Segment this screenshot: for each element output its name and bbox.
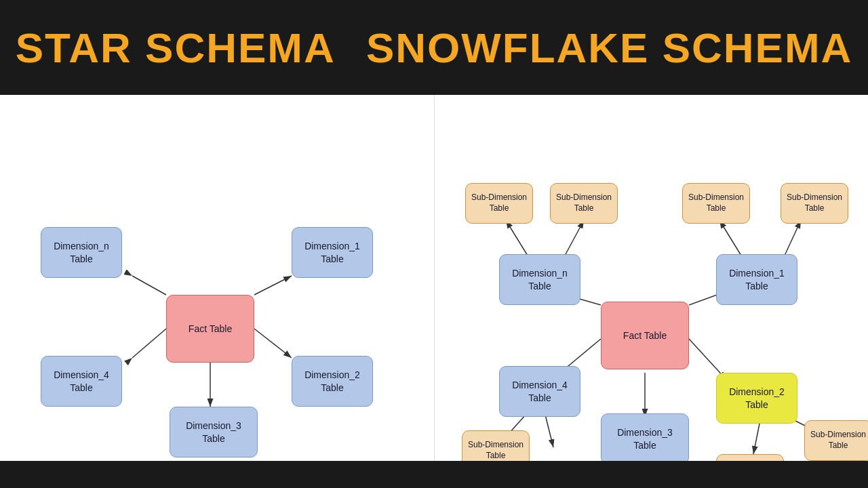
sf-dim-n: Dimension_nTable (499, 254, 580, 305)
snowflake-schema-title: SNOWFLAKE SCHEMA (366, 24, 852, 72)
star-dim-3: Dimension_3Table (170, 407, 258, 458)
sf-subdim-1: Sub-DimensionTable (465, 183, 533, 224)
sf-dim-4: Dimension_4Table (499, 366, 580, 417)
sf-subdim-3: Sub-DimensionTable (682, 183, 750, 224)
sf-dim-1: Dimension_1Table (716, 254, 797, 305)
star-dim-n: Dimension_nTable (41, 227, 122, 278)
sf-subdim-7: Sub-DimensionTable (804, 420, 868, 461)
sf-subdim-2: Sub-DimensionTable (550, 183, 618, 224)
svg-line-21 (753, 420, 760, 454)
svg-line-5 (254, 329, 292, 358)
footer (0, 461, 868, 488)
sf-fact-table: Fact Table (601, 302, 689, 369)
star-dim-2: Dimension_2Table (292, 356, 373, 407)
content-area: Fact Table Dimension_nTable Dimension_1T… (0, 95, 868, 461)
star-schema-section: Fact Table Dimension_nTable Dimension_1T… (0, 95, 434, 461)
star-dim-1: Dimension_1Table (292, 227, 373, 278)
svg-line-4 (132, 329, 166, 358)
star-fact-table: Fact Table (166, 295, 254, 363)
sf-dim-3: Dimension_3Table (601, 413, 689, 464)
star-schema-title: STAR SCHEMA (16, 24, 336, 72)
header: STAR SCHEMA SNOWFLAKE SCHEMA (0, 0, 868, 95)
snowflake-schema-section: Fact Table Dimension_nTable Dimension_1T… (434, 95, 868, 461)
sf-dim-2: Dimension_2Table (716, 373, 797, 424)
svg-line-2 (132, 276, 166, 295)
svg-line-3 (254, 276, 292, 295)
star-dim-4: Dimension_4Table (41, 356, 122, 407)
sf-subdim-4: Sub-DimensionTable (781, 183, 848, 224)
